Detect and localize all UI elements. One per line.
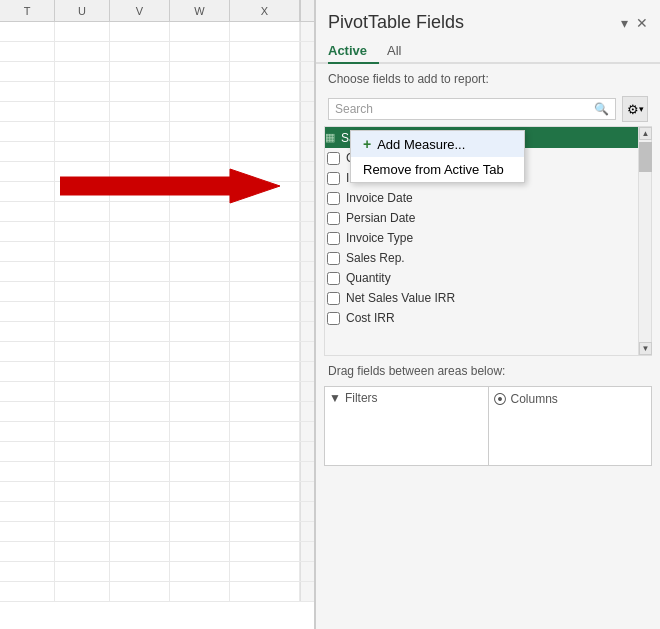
grid-cell: [230, 222, 300, 241]
grid-cell: [110, 442, 170, 461]
field-checkbox[interactable]: [327, 152, 340, 165]
vertical-scrollbar[interactable]: ▲ ▼: [638, 127, 651, 355]
grid-cell: [110, 422, 170, 441]
field-table-icon: ▦: [325, 131, 335, 144]
filter-icon: ▼: [329, 391, 341, 405]
field-item[interactable]: Quantity: [325, 268, 638, 288]
grid-cell: [110, 302, 170, 321]
close-icon[interactable]: ✕: [636, 15, 648, 31]
grid-cell: [0, 242, 55, 261]
field-checkbox[interactable]: [327, 172, 340, 185]
scroll-thumb[interactable]: [639, 142, 652, 172]
grid-cell: [230, 542, 300, 561]
table-row: [0, 222, 314, 242]
field-label: Quantity: [346, 271, 391, 285]
grid-cell: [230, 302, 300, 321]
grid-cell: [0, 122, 55, 141]
table-row: [0, 62, 314, 82]
field-label: Invoice Type: [346, 231, 413, 245]
grid-cell: [110, 362, 170, 381]
column-headers: T U V W X: [0, 0, 314, 22]
field-checkbox[interactable]: [327, 312, 340, 325]
table-row: [0, 42, 314, 62]
grid-cell: [170, 22, 230, 41]
field-item[interactable]: Invoice Date: [325, 188, 638, 208]
field-checkbox[interactable]: [327, 272, 340, 285]
grid-cell: [55, 522, 110, 541]
field-item[interactable]: Net Sales Value IRR: [325, 288, 638, 308]
grid-cell: [0, 362, 55, 381]
grid-cell: [110, 322, 170, 341]
grid-cell: [230, 42, 300, 61]
gear-icon: ⚙: [627, 102, 639, 117]
field-label: Net Sales Value IRR: [346, 291, 455, 305]
grid-cell: [0, 342, 55, 361]
grid-cell: [55, 242, 110, 261]
col-header-W: W: [170, 0, 230, 21]
grid-cell: [0, 402, 55, 421]
grid-cell: [170, 42, 230, 61]
grid-cell: [0, 202, 55, 221]
grid-cell: [110, 562, 170, 581]
table-row: [0, 402, 314, 422]
field-checkbox[interactable]: [327, 232, 340, 245]
field-checkbox[interactable]: [327, 292, 340, 305]
table-row: [0, 102, 314, 122]
field-item[interactable]: Cost IRR: [325, 308, 638, 328]
grid-cell: [230, 502, 300, 521]
grid-cell: [55, 582, 110, 601]
search-box[interactable]: Search 🔍: [328, 98, 616, 120]
grid-cell: [55, 322, 110, 341]
grid-cell: [55, 42, 110, 61]
grid-cell: [0, 102, 55, 121]
scroll-down-button[interactable]: ▼: [639, 342, 652, 355]
grid-cell: [0, 442, 55, 461]
context-menu-item-add-measure[interactable]: + Add Measure...: [351, 131, 524, 157]
grid-cell: [170, 482, 230, 501]
grid-cell: [0, 82, 55, 101]
grid-cell: [170, 102, 230, 121]
arrow-annotation: [60, 167, 290, 207]
grid-cell: [110, 522, 170, 541]
grid-cell: [170, 502, 230, 521]
grid-cell: [0, 22, 55, 41]
grid-cell: [170, 122, 230, 141]
grid-cell: [0, 382, 55, 401]
context-menu-item-remove[interactable]: Remove from Active Tab: [351, 157, 524, 182]
pivot-header: PivotTable Fields ▾ ✕: [316, 0, 660, 39]
grid-cell: [55, 142, 110, 161]
grid-cell: [0, 522, 55, 541]
scroll-up-button[interactable]: ▲: [639, 127, 652, 140]
grid-cell: [55, 462, 110, 481]
table-row: [0, 562, 314, 582]
dropdown-arrow-icon[interactable]: ▾: [621, 15, 628, 31]
grid-cell: [110, 402, 170, 421]
field-item[interactable]: Invoice Type: [325, 228, 638, 248]
tab-active[interactable]: Active: [328, 39, 379, 62]
grid-cell: [0, 322, 55, 341]
grid-cell: [170, 462, 230, 481]
grid-cell: [0, 262, 55, 281]
grid-cell: [110, 42, 170, 61]
table-row: [0, 422, 314, 442]
field-item[interactable]: Sales Rep.: [325, 248, 638, 268]
field-checkbox[interactable]: [327, 252, 340, 265]
grid-cell: [55, 102, 110, 121]
table-row: [0, 302, 314, 322]
grid-cell: [170, 142, 230, 161]
grid-cell: [170, 82, 230, 101]
grid-cell: [0, 502, 55, 521]
gear-button[interactable]: ⚙ ▾: [622, 96, 648, 122]
grid-cell: [230, 482, 300, 501]
field-item[interactable]: Persian Date: [325, 208, 638, 228]
grid-cell: [0, 162, 55, 181]
grid-cell: [230, 322, 300, 341]
grid-cell: [55, 542, 110, 561]
grid-cell: [110, 142, 170, 161]
field-checkbox[interactable]: [327, 212, 340, 225]
tab-all[interactable]: All: [387, 39, 413, 62]
field-checkbox[interactable]: [327, 192, 340, 205]
pivot-tabs: Active All: [316, 39, 660, 64]
grid-cell: [230, 522, 300, 541]
context-menu-add-measure-label: Add Measure...: [377, 137, 465, 152]
